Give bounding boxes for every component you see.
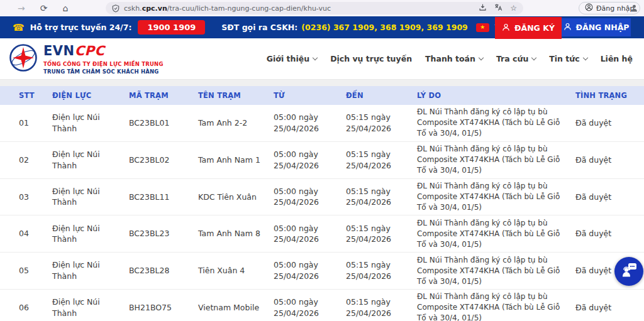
site-security-icon[interactable] [112, 4, 119, 13]
cell-den: 05:15 ngày 25/04/2026 [346, 186, 417, 209]
cell-dien-luc: Điện lực Núi Thành [52, 112, 129, 134]
chevron-down-icon [479, 55, 484, 60]
table-row: 03 Điện lực Núi Thành BC23BL11 KDC Tiên … [0, 179, 644, 216]
site-header: EVNCPC TỔNG CÔNG TY ĐIỆN LỰC MIỀN TRUNG … [0, 38, 644, 80]
outage-table: STT ĐIỆN LỰC MÃ TRẠM TÊN TRẠM TỪ ĐẾN LÝ … [0, 86, 644, 321]
url-text[interactable]: cskh.cpc.vn/tra-cuu/lich-tam-ngung-cung-… [124, 4, 331, 13]
cell-ten-tram: Tam Anh 2-2 [198, 117, 274, 129]
nav-item-gioi-thieu[interactable]: Giới thiệu [267, 54, 317, 63]
cell-stt: 04 [19, 228, 52, 239]
cell-dien-luc: Điện lực Núi Thành [52, 186, 129, 209]
cell-den: 05:15 ngày 25/04/2026 [346, 259, 417, 282]
vietnam-flag-icon: ★ [476, 23, 489, 32]
cell-ten-tram: Tiên Xuân 4 [198, 265, 274, 276]
phone-icon: ☎ [13, 22, 25, 33]
person-icon [502, 23, 510, 33]
table-row: 02 Điện lực Núi Thành BC23BL02 Tam Anh N… [0, 142, 644, 179]
cell-ma-tram: BH21BO75 [129, 302, 198, 313]
nav-item-tin-tuc[interactable]: Tin tức [549, 54, 587, 63]
refresh-icon[interactable]: ⟳ [40, 3, 48, 13]
logo-text-block: EVNCPC TỔNG CÔNG TY ĐIỆN LỰC MIỀN TRUNG … [43, 43, 164, 75]
company-name-line1: TỔNG CÔNG TY ĐIỆN LỰC MIỀN TRUNG [43, 61, 164, 67]
profile-circle-icon [585, 3, 593, 13]
omnibox-action-icons: ☆ [479, 3, 517, 13]
home-icon[interactable]: ⌂ [62, 3, 68, 13]
page-background-gap [0, 80, 644, 86]
col-header-den: ĐẾN [346, 91, 417, 100]
nav-item-lien-he[interactable]: Liên hệ [601, 54, 633, 63]
cell-ly-do: ĐL Núi Thành đăng ký cô lập tụ bù Compos… [417, 218, 575, 250]
person-icon [564, 23, 572, 33]
evncpc-logo[interactable]: EVNCPC TỔNG CÔNG TY ĐIỆN LỰC MIỀN TRUNG … [9, 43, 164, 75]
cell-den: 05:15 ngày 25/04/2026 [346, 112, 417, 134]
table-row: 06 Điện lực Núi Thành BH21BO75 Vietnam M… [0, 290, 644, 321]
nav-item-tra-cuu[interactable]: Tra cứu [496, 54, 536, 63]
register-label: ĐĂNG KÝ [514, 23, 555, 33]
cell-tinh-trang: Đã duyệt [575, 192, 644, 203]
download-icon[interactable] [479, 3, 487, 13]
cell-tu: 05:00 ngày 25/04/2026 [274, 112, 346, 134]
nav-item-thanh-toan[interactable]: Thanh toán [425, 54, 483, 63]
col-header-ten-tram: TÊN TRẠM [198, 91, 274, 100]
login-button[interactable]: ĐĂNG NHẬP [562, 18, 631, 36]
col-header-tu: TỪ [274, 91, 346, 100]
cell-den: 05:15 ngày 25/04/2026 [346, 223, 417, 246]
cell-ten-tram: Vietnam Mobile [198, 302, 274, 313]
cell-ly-do: ĐL Núi Thành đăng ký cô lập tụ bù Compos… [417, 107, 575, 139]
cell-den: 05:15 ngày 25/04/2026 [346, 149, 417, 171]
table-body: 01 Điện lực Núi Thành BC23BL01 Tam Anh 2… [0, 105, 644, 321]
browser-toolbar: → ⟳ ⌂ cskh.cpc.vn/tra-cuu/lich-tam-ngung… [0, 0, 644, 16]
col-header-stt: STT [19, 91, 52, 100]
chevron-down-icon [531, 55, 536, 60]
cell-ma-tram: BC23BL01 [129, 117, 198, 129]
cell-ly-do: ĐL Núi Thành đăng ký cô lập tụ bù Compos… [417, 291, 575, 321]
logo-title: EVNCPC [43, 45, 164, 58]
chevron-down-icon [313, 55, 318, 60]
cell-ten-tram: Tam Anh Nam 1 [198, 155, 274, 166]
table-header-row: STT ĐIỆN LỰC MÃ TRẠM TÊN TRẠM TỪ ĐẾN LÝ … [0, 86, 644, 105]
cell-tu: 05:00 ngày 25/04/2026 [274, 149, 346, 171]
cell-tu: 05:00 ngày 25/04/2026 [274, 297, 346, 319]
table-row: 01 Điện lực Núi Thành BC23BL01 Tam Anh 2… [0, 105, 644, 142]
cell-stt: 02 [19, 155, 52, 166]
forward-arrow-icon[interactable]: → [18, 3, 25, 13]
browser-login-label: Đăng nhập [596, 4, 634, 13]
chat-support-agent-icon [620, 261, 638, 281]
cell-dien-luc: Điện lực Núi Thành [52, 259, 129, 282]
cell-stt: 01 [19, 117, 52, 129]
hotline-badge[interactable]: 1900 1909 [138, 20, 205, 35]
cell-stt: 06 [19, 302, 52, 313]
col-header-ly-do: LÝ DO [417, 91, 575, 100]
col-header-dien-luc: ĐIỆN LỰC [52, 91, 129, 100]
browser-account-icon[interactable] [630, 3, 638, 15]
translate-icon[interactable] [494, 3, 502, 13]
support-label: Hỗ trợ trực tuyến 24/7: [30, 23, 132, 32]
cell-ten-tram: Tam Anh Nam 8 [198, 228, 274, 239]
cell-ten-tram: KDC Tiên Xuân [198, 192, 274, 203]
address-bar[interactable]: cskh.cpc.vn/tra-cuu/lich-tam-ngung-cung-… [106, 2, 523, 14]
cell-ly-do: ĐL Núi Thành đăng ký cô lập tụ bù Compos… [417, 255, 575, 287]
col-header-tinh-trang: TÌNH TRẠNG [575, 91, 644, 100]
browser-nav-icons: → ⟳ ⌂ [0, 3, 68, 13]
evn-star-globe-icon [9, 43, 38, 75]
outgoing-call-label: SĐT gọi ra CSKH: [221, 23, 297, 32]
bookmark-star-icon[interactable]: ☆ [510, 4, 517, 13]
cell-ma-tram: BC23BL02 [129, 155, 198, 166]
cell-dien-luc: Điện lực Núi Thành [52, 149, 129, 171]
cell-tu: 05:00 ngày 25/04/2026 [274, 186, 346, 209]
table-row: 05 Điện lực Núi Thành BC23BL28 Tiên Xuân… [0, 253, 644, 290]
cell-tu: 05:00 ngày 25/04/2026 [274, 223, 346, 246]
cell-ma-tram: BC23BL23 [129, 228, 198, 239]
cell-dien-luc: Điện lực Núi Thành [52, 223, 129, 246]
site-topbar: ☎ Hỗ trợ trực tuyến 24/7: 1900 1909 SĐT … [0, 16, 644, 38]
chevron-down-icon [582, 55, 587, 60]
col-header-ma-tram: MÃ TRẠM [129, 91, 198, 100]
cell-den: 05:15 ngày 25/04/2026 [346, 297, 417, 319]
register-button[interactable]: ĐĂNG KÝ [495, 17, 562, 39]
outgoing-call-numbers: (0236) 367 1909, 368 1909, 369 1909 [301, 23, 467, 32]
chat-support-button[interactable] [614, 257, 643, 286]
cell-tinh-trang: Đã duyệt [575, 155, 644, 166]
cell-ma-tram: BC23BL11 [129, 192, 198, 203]
cell-tinh-trang: Đã duyệt [575, 228, 644, 239]
nav-item-dich-vu-truc-tuyen[interactable]: Dịch vụ trực tuyến [330, 54, 412, 63]
